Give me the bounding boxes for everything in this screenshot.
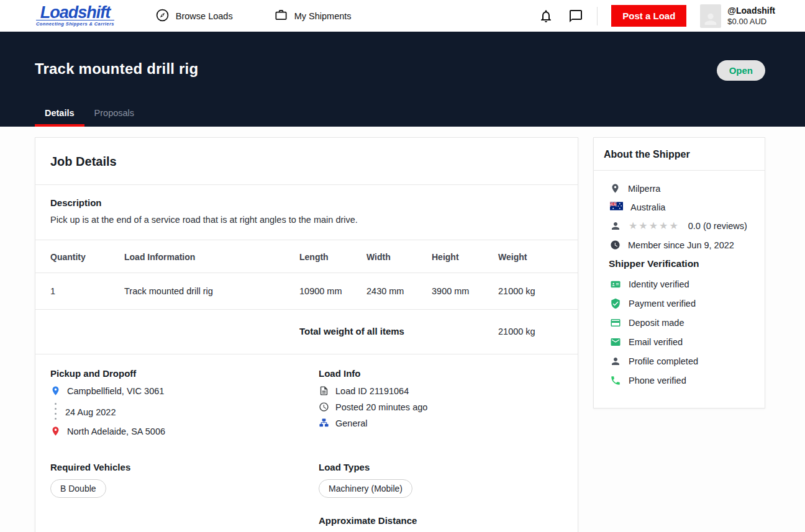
star-rating-icons: ★★★★★	[629, 221, 680, 231]
about-shipper-card: About the Shipper Milperra Australia ★★★…	[593, 137, 765, 408]
description-label: Description	[50, 197, 563, 208]
envelope-icon	[610, 336, 621, 348]
compass-icon	[155, 8, 170, 24]
verification-row-identity: Identity verified	[610, 279, 755, 290]
tab-bar: Details Proposals	[35, 108, 144, 127]
route-dots-icon	[55, 403, 57, 420]
job-details-title: Job Details	[35, 138, 578, 184]
table-row: 1 Track mounted drill rig 10900 mm 2430 …	[35, 273, 578, 310]
logo-tagline: Connecting Shippers & Carriers	[36, 20, 114, 27]
col-load-information: Load Information	[124, 240, 299, 273]
shipper-country: Australia	[630, 202, 665, 212]
nav-my-shipments[interactable]: My Shipments	[274, 8, 352, 24]
category-row: General	[319, 418, 563, 428]
col-length: Length	[299, 240, 366, 273]
user-balance: $0.00 AUD	[727, 17, 775, 26]
category-sitemap-icon	[319, 418, 329, 428]
table-header-row: Quantity Load Information Length Width H…	[35, 240, 578, 273]
load-types-title: Load Types	[319, 462, 563, 472]
verification-row-phone: Phone verified	[610, 375, 755, 386]
pickup-loadinfo-grid: Pickup and Dropoff Campbellfield, VIC 30…	[35, 354, 578, 458]
col-width: Width	[366, 240, 432, 273]
verification-label: Profile completed	[629, 356, 698, 366]
verification-label: Payment verified	[629, 299, 696, 309]
verification-label: Phone verified	[629, 376, 686, 385]
page-title: Track mounted drill rig	[35, 32, 805, 78]
cell-width: 2430 mm	[366, 273, 432, 310]
nav-browse-loads[interactable]: Browse Loads	[155, 8, 233, 24]
nav-browse-loads-label: Browse Loads	[176, 11, 233, 21]
distance-title: Approximate Distance	[319, 515, 563, 526]
profile-person-icon	[610, 356, 621, 367]
notifications-bell-icon[interactable]	[539, 9, 553, 24]
avatar-person-icon	[702, 11, 719, 28]
member-clock-icon	[610, 240, 621, 250]
dropoff-pin-icon	[50, 426, 61, 436]
briefcase-icon	[274, 8, 288, 24]
pickup-row: Campbellfield, VIC 3061	[50, 385, 319, 396]
australia-flag-icon	[610, 202, 623, 212]
member-since-row: Member since Jun 9, 2022	[610, 240, 755, 250]
total-weight-value: 21000 kg	[498, 310, 578, 354]
tab-proposals[interactable]: Proposals	[84, 108, 144, 127]
shield-check-icon	[610, 298, 621, 309]
cell-length: 10900 mm	[299, 273, 366, 310]
pickup-dropoff-section: Pickup and Dropoff Campbellfield, VIC 30…	[50, 368, 319, 458]
person-icon	[610, 220, 621, 232]
shipper-city: Milperra	[628, 184, 660, 194]
verification-row-email: Email verified	[610, 336, 755, 348]
about-shipper-title: About the Shipper	[594, 138, 765, 171]
cell-load-information: Track mounted drill rig	[124, 273, 299, 310]
shipper-country-row: Australia	[610, 202, 755, 212]
description-section: Description Pick up is at the end of a s…	[35, 185, 578, 240]
shipper-verification-title: Shipper Verification	[609, 258, 755, 269]
main-content: Job Details Description Pick up is at th…	[0, 127, 805, 532]
verification-label: Deposit made	[629, 318, 684, 328]
pickup-date-row: 24 Aug 2022	[50, 402, 319, 422]
pickup-pin-icon	[50, 385, 61, 396]
credit-card-icon	[610, 317, 621, 328]
user-avatar[interactable]	[700, 4, 721, 28]
loadshift-logo[interactable]: Loadshift Connecting Shippers & Carriers	[36, 5, 114, 27]
cell-quantity: 1	[35, 273, 124, 310]
vehicle-chip: B Double	[50, 479, 106, 498]
clock-icon	[319, 402, 329, 412]
pickup-location: Campbellfield, VIC 3061	[67, 386, 164, 396]
logo-wordmark: Loadshift	[40, 5, 111, 20]
top-navbar: Loadshift Connecting Shippers & Carriers…	[0, 0, 805, 32]
vehicles-types-grid: Required Vehicles B Double Load Types Ma…	[35, 458, 578, 532]
verification-label: Identity verified	[629, 279, 689, 289]
id-card-icon	[610, 279, 621, 290]
navbar-divider	[597, 7, 598, 25]
posted-row: Posted 20 minutes ago	[319, 402, 563, 412]
job-details-card: Job Details Description Pick up is at th…	[35, 137, 578, 532]
total-weight-label: Total weight of all items	[299, 310, 498, 354]
cell-weight: 21000 kg	[498, 273, 578, 310]
posted-time: Posted 20 minutes ago	[335, 402, 427, 412]
load-info-section: Load Info Load ID 21191064 Posted 20 min…	[319, 368, 563, 458]
dropoff-location: North Adelaide, SA 5006	[67, 426, 165, 436]
phone-icon	[610, 375, 621, 386]
col-height: Height	[432, 240, 498, 273]
load-category: General	[335, 418, 368, 428]
distance-section: Approximate Distance 734km	[319, 515, 563, 532]
load-items-table: Quantity Load Information Length Width H…	[35, 240, 578, 354]
location-pin-icon	[610, 183, 621, 194]
verification-row-profile: Profile completed	[610, 356, 755, 367]
col-quantity: Quantity	[35, 240, 124, 273]
page-header: Track mounted drill rig Open Details Pro…	[0, 32, 805, 127]
dropoff-row: North Adelaide, SA 5006	[50, 426, 319, 436]
user-handle: @Loadshift	[727, 6, 775, 16]
status-badge: Open	[717, 60, 765, 81]
pickup-date: 24 Aug 2022	[65, 407, 116, 417]
post-a-load-button[interactable]: Post a Load	[611, 5, 686, 27]
member-since: Member since Jun 9, 2022	[628, 240, 734, 250]
tab-details[interactable]: Details	[35, 108, 84, 127]
load-info-title: Load Info	[319, 368, 563, 379]
shipper-rating-row: ★★★★★ 0.0 (0 reviews)	[610, 220, 755, 232]
load-type-chip: Machinery (Mobile)	[319, 479, 412, 498]
user-menu[interactable]: @Loadshift $0.00 AUD	[727, 6, 775, 26]
verification-row-deposit: Deposit made	[610, 317, 755, 328]
messages-chat-icon[interactable]	[568, 9, 583, 24]
nav-my-shipments-label: My Shipments	[294, 11, 352, 21]
